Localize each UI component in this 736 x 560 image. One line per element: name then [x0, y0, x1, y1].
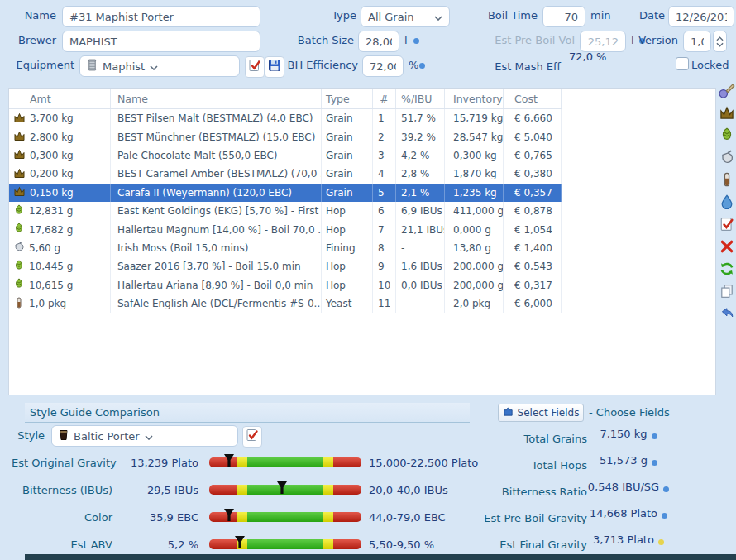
edit-check-icon: [248, 59, 261, 75]
table-row[interactable]: 5,60 g Irish Moss (Boil 15,0 mins) Finin…: [9, 239, 562, 257]
col-type[interactable]: Type: [322, 89, 373, 108]
equipment-select[interactable]: Maphist: [79, 55, 240, 77]
cell-amt: 1,0 pkg: [29, 298, 66, 309]
bh-efficiency-input[interactable]: [362, 55, 404, 77]
col-num[interactable]: #: [373, 89, 396, 108]
cell-pct: -: [396, 294, 445, 313]
equipment-select-value: Maphist: [103, 60, 145, 73]
table-row[interactable]: 0,300 kg Pale Chocolate Malt (550,0 EBC)…: [9, 146, 562, 165]
fining-icon[interactable]: [718, 148, 736, 166]
cell-num: 4: [373, 165, 396, 183]
locked-checkbox[interactable]: [676, 57, 689, 70]
est-mash-eff-value: 72,0 %: [569, 50, 606, 63]
cell-type: Yeast: [322, 294, 373, 313]
undo-icon[interactable]: [718, 304, 736, 323]
edit-equipment-button[interactable]: [245, 56, 265, 78]
cell-name: SafAle English Ale (DCL/Fermentis #S-0..…: [111, 294, 322, 313]
cell-type: Grain: [322, 184, 373, 202]
cell-type: Hop: [322, 202, 373, 220]
cell-inventory: 0,000 g: [445, 220, 504, 238]
est-preboil-gravity-value: 14,668 Plato: [579, 507, 678, 519]
table-row[interactable]: 12,831 g East Kent Goldings (EKG) [5,70 …: [9, 202, 562, 220]
table-row[interactable]: 0,200 kg BEST Caramel Amber (BESTMALZ) (…: [9, 165, 562, 183]
col-cost[interactable]: Cost: [504, 89, 562, 108]
batch-size-input[interactable]: [358, 31, 399, 52]
cell-inventory: 13,80 g: [445, 239, 504, 257]
cell-name: Hallertau Ariana [8,90 %] - Boil 0,0 min: [111, 276, 322, 294]
total-grains-label: Total Grains: [463, 433, 587, 445]
cell-num: 10: [373, 276, 396, 294]
cell-num: 2: [373, 127, 396, 146]
ibu-slider-row: Bitterness (IBUs) 29,5 IBUs 20,0-40,0 IB…: [12, 481, 448, 499]
batch-size-dot: [413, 38, 419, 44]
cell-name: BEST Caramel Amber (BESTMALZ) (70,0 ...: [111, 165, 322, 183]
cell-name: BEST Münchner (BESTMALZ) (15,0 EBC): [111, 127, 322, 146]
yeast-icon[interactable]: [718, 170, 736, 189]
refresh-icon[interactable]: [718, 260, 736, 278]
save-equipment-button[interactable]: [265, 56, 284, 78]
cell-inventory: 2,0 pkg: [445, 294, 504, 313]
cell-inventory: 1,870 kg: [445, 165, 504, 183]
og-style-range: 15,000-22,500 Plato: [369, 457, 478, 469]
cell-pct: 0,0 IBUs: [396, 276, 445, 294]
edit-style-button[interactable]: [242, 426, 262, 448]
cell-name: BEST Pilsen Malt (BESTMALZ) (4,0 EBC): [111, 109, 322, 127]
style-label: Style: [12, 429, 45, 442]
delete-icon[interactable]: [718, 237, 736, 256]
style-select[interactable]: Baltic Porter: [51, 425, 238, 447]
spinner-down-icon: [716, 42, 724, 47]
version-spinner[interactable]: [713, 31, 727, 52]
cell-cost: € 0,765: [504, 146, 562, 165]
cell-cost: € 0,543: [504, 257, 562, 275]
keg-icon: [87, 59, 98, 74]
save-icon: [268, 59, 281, 75]
select-fields-label: Select Fields: [518, 407, 580, 419]
table-row-selected[interactable]: 0,150 kg Carafa II (Weyermann) (120,0 EB…: [9, 184, 562, 202]
table-row[interactable]: 10,445 g Saazer 2016 [3,70 %] - Boil 15,…: [9, 257, 562, 275]
table-row[interactable]: 17,682 g Hallertau Magnum [14,00 %] - Bo…: [9, 220, 562, 238]
col-name[interactable]: Name: [111, 89, 322, 108]
abv-label: Est ABV: [12, 538, 112, 551]
date-input[interactable]: [668, 6, 734, 27]
pencil-tool-icon[interactable]: [718, 81, 736, 99]
stat-value-text: 14,668 Plato: [590, 507, 657, 519]
table-row[interactable]: 1,0 pkg SafAle English Ale (DCL/Fermenti…: [9, 294, 562, 313]
hop-icon[interactable]: [718, 126, 736, 144]
table-row[interactable]: 10,615 g Hallertau Ariana [8,90 %] - Boi…: [9, 276, 562, 294]
grain-icon[interactable]: [718, 103, 736, 122]
cell-pct: 4,2 %: [396, 146, 445, 165]
copy-icon[interactable]: [718, 282, 736, 300]
grain-icon: [13, 130, 26, 144]
cell-name: Carafa II (Weyermann) (120,0 EBC): [111, 184, 322, 202]
puzzle-icon: [503, 406, 514, 419]
cell-pct: 1,6 IBUs: [396, 257, 445, 275]
cell-num: 1: [373, 109, 396, 127]
table-row[interactable]: 2,800 kg BEST Münchner (BESTMALZ) (15,0 …: [9, 127, 562, 146]
col-amt[interactable]: Amt: [9, 89, 111, 108]
table-row[interactable]: 3,700 kg BEST Pilsen Malt (BESTMALZ) (4,…: [9, 109, 562, 127]
version-label: Version: [625, 34, 678, 46]
type-label: Type: [325, 9, 356, 22]
status-dot: [662, 513, 667, 519]
color-slider-row: Color 35,9 EBC 44,0-79,0 EBC: [12, 508, 446, 526]
est-preboil-gravity-label: Est Pre-Boil Gravity: [463, 512, 587, 524]
cell-name: Saazer 2016 [3,70 %] - Boil 15,0 min: [111, 257, 322, 275]
col-pct[interactable]: %/IBU: [396, 89, 445, 108]
edit-check-icon[interactable]: [718, 215, 736, 233]
boil-time-input[interactable]: [542, 6, 585, 27]
batch-size-unit: l: [404, 34, 408, 46]
version-input[interactable]: [683, 31, 711, 52]
cell-name: East Kent Goldings (EKG) [5,70 %] - Firs…: [111, 202, 322, 220]
cell-cost: € 1,400: [504, 239, 562, 257]
bh-efficiency-unit: %: [409, 59, 418, 71]
select-fields-button[interactable]: Select Fields: [498, 404, 584, 422]
status-dot: [652, 433, 657, 439]
cell-num: 6: [373, 202, 396, 220]
cell-pct: 2,8 %: [396, 165, 445, 183]
edit-check-icon: [246, 428, 259, 445]
col-inventory[interactable]: Inventory: [445, 89, 504, 108]
water-icon[interactable]: [718, 193, 736, 211]
brewer-input[interactable]: [62, 31, 260, 52]
type-select[interactable]: All Grain: [361, 6, 450, 27]
name-input[interactable]: [62, 6, 260, 27]
